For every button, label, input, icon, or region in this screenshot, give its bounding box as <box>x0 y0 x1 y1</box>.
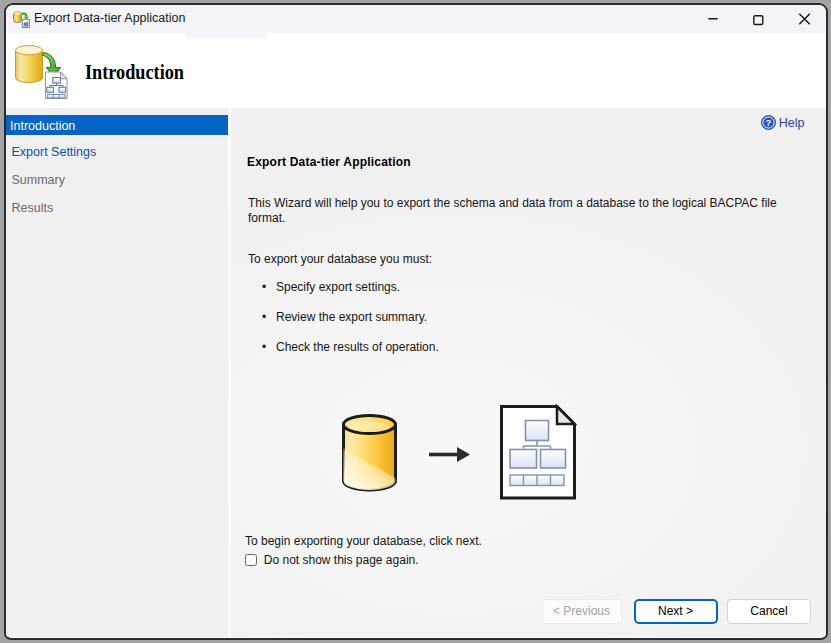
svg-text:?: ? <box>765 117 771 128</box>
